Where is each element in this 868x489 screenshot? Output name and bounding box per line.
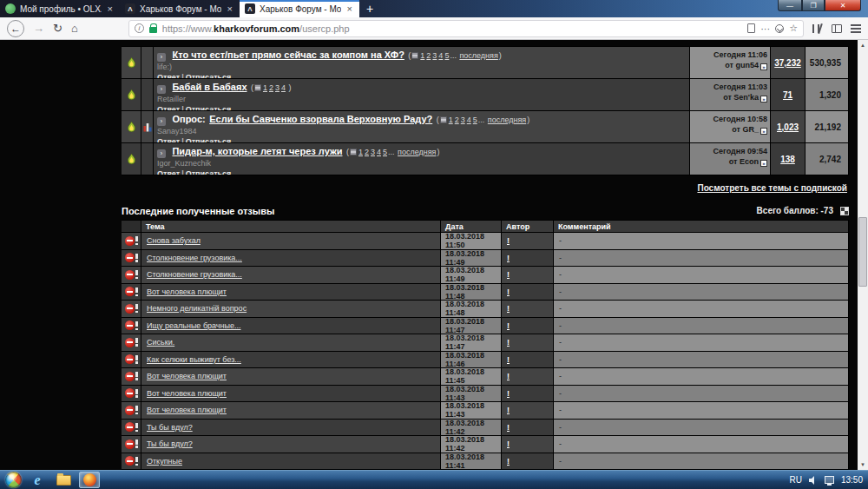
sidebar-icon[interactable]	[832, 24, 842, 33]
page-number-link[interactable]: 3	[432, 51, 437, 60]
feedback-topic-link[interactable]: Откупные	[147, 457, 182, 466]
page-number-link[interactable]: 1	[263, 83, 267, 92]
reply-link[interactable]: Ответ	[157, 73, 180, 78]
thread-replies-link[interactable]: 71	[783, 90, 792, 100]
library-icon[interactable]	[812, 23, 823, 34]
collapse-section-icon[interactable]	[840, 207, 849, 215]
unsubscribe-link[interactable]: Отписаться	[186, 169, 232, 175]
reply-link[interactable]: Ответ	[157, 137, 180, 142]
scrollbar-down-icon[interactable]: ▼	[858, 459, 868, 470]
page-number-link[interactable]: 2	[365, 148, 369, 156]
home-button[interactable]: ⌂	[71, 23, 78, 34]
reload-button[interactable]: ↻	[53, 23, 62, 34]
thread-title-link[interactable]: Пидар-м, которые летят через лужи	[172, 146, 342, 156]
forward-button[interactable]: →	[33, 23, 44, 34]
feedback-author-link[interactable]: !	[507, 372, 510, 380]
feedback-author-link[interactable]: !	[507, 321, 510, 330]
tab-close-icon[interactable]: ×	[345, 3, 354, 14]
start-button[interactable]	[5, 472, 22, 488]
feedback-author-link[interactable]: !	[507, 287, 510, 296]
window-maximize-button[interactable]: ❐	[802, 0, 825, 11]
page-number-link[interactable]: 1	[449, 116, 453, 124]
page-number-link[interactable]: 5	[473, 116, 477, 124]
menu-icon[interactable]	[851, 24, 861, 33]
feedback-topic-link[interactable]: Вот человека плющит	[147, 372, 227, 380]
page-number-link[interactable]: 4	[377, 148, 381, 156]
taskbar-firefox-icon[interactable]	[79, 472, 100, 488]
page-number-link[interactable]: 3	[461, 116, 465, 124]
back-button[interactable]: ←	[7, 20, 24, 37]
view-all-subscriptions-link[interactable]: Посмотреть все темы с подпиской	[697, 183, 847, 193]
tab-close-icon[interactable]: ×	[226, 3, 234, 14]
feedback-author-link[interactable]: !	[507, 355, 510, 364]
reply-link[interactable]: Ответ	[157, 105, 180, 110]
browser-tab[interactable]: Λ Харьков Форум - Мой кабин ×	[240, 0, 359, 17]
feedback-topic-link[interactable]: Ищу реальные брачные...	[147, 321, 240, 330]
feedback-author-link[interactable]: !	[507, 406, 510, 414]
page-scrollbar[interactable]: ▲ ▼	[858, 40, 868, 470]
browser-tab[interactable]: Λ Харьков Форум - Мой кабин ×	[120, 0, 240, 17]
taskbar-explorer-icon[interactable]	[53, 472, 74, 488]
feedback-author-link[interactable]: !	[507, 423, 510, 432]
feedback-author-link[interactable]: !	[507, 389, 510, 398]
taskbar-ie-icon[interactable]: e	[27, 472, 48, 488]
thread-replies-link[interactable]: 37,232	[774, 58, 801, 68]
feedback-author-link[interactable]: !	[507, 304, 510, 313]
unsubscribe-link[interactable]: Отписаться	[186, 73, 232, 78]
page-number-link[interactable]: 4	[467, 116, 471, 124]
thread-title-link[interactable]: Бабай в Бабаях	[172, 82, 247, 92]
page-number-link[interactable]: 3	[275, 83, 279, 92]
feedback-topic-link[interactable]: Столкновение грузовика...	[147, 270, 242, 279]
unsubscribe-link[interactable]: Отписаться	[186, 105, 232, 110]
last-page-link[interactable]: последняя	[488, 116, 526, 124]
pocket-icon[interactable]	[775, 24, 784, 33]
page-number-link[interactable]: 2	[455, 116, 459, 124]
feedback-topic-link[interactable]: Вот человека плющит	[147, 287, 227, 296]
network-icon[interactable]	[825, 476, 834, 484]
page-number-link[interactable]: 5	[444, 51, 449, 60]
go-to-last-post-icon[interactable]: »	[760, 128, 767, 135]
last-page-link[interactable]: последняя	[459, 51, 497, 60]
feedback-topic-link[interactable]: Немного деликатній вопрос	[147, 304, 247, 313]
screenshot-page-action-icon[interactable]	[747, 23, 755, 33]
feedback-topic-link[interactable]: Ты бы вдул?	[147, 439, 193, 448]
page-number-link[interactable]: 4	[281, 83, 286, 92]
feedback-topic-link[interactable]: Вот человека плющит	[147, 389, 227, 398]
page-actions-icon[interactable]: ···	[760, 23, 770, 34]
feedback-author-link[interactable]: !	[507, 439, 510, 448]
go-to-last-post-icon[interactable]: »	[760, 96, 767, 102]
go-to-last-post-icon[interactable]: »	[760, 63, 767, 70]
browser-tab[interactable]: Мой профиль • OLX.ua ×	[0, 0, 120, 17]
page-number-link[interactable]: 2	[426, 51, 431, 60]
feedback-author-link[interactable]: !	[507, 254, 510, 262]
site-info-icon[interactable]: i	[135, 23, 144, 33]
taskbar-clock[interactable]: 13:50	[841, 475, 863, 485]
thread-title-link[interactable]: Если бы Савченко взорвала Верховную Раду…	[209, 114, 432, 124]
window-minimize-button[interactable]: —	[778, 0, 802, 11]
last-page-link[interactable]: последняя	[398, 148, 436, 156]
window-close-button[interactable]: ✕	[825, 0, 861, 11]
feedback-topic-link[interactable]: Сиськи.	[147, 338, 174, 347]
feedback-topic-link[interactable]: Ты бы вдул?	[147, 423, 193, 432]
feedback-author-link[interactable]: !	[507, 457, 510, 466]
feedback-topic-link[interactable]: Столкновение грузовика...	[147, 254, 242, 262]
scrollbar-thumb[interactable]	[858, 217, 867, 287]
tab-close-icon[interactable]: ×	[106, 3, 115, 14]
feedback-topic-link[interactable]: Снова забухал	[147, 236, 201, 245]
page-number-link[interactable]: 1	[358, 148, 363, 156]
feedback-topic-link[interactable]: Вот человека плющит	[147, 406, 227, 414]
go-to-last-post-icon[interactable]: »	[760, 160, 767, 167]
feedback-author-link[interactable]: !	[507, 338, 510, 347]
thread-replies-link[interactable]: 138	[780, 155, 795, 164]
page-number-link[interactable]: 4	[438, 51, 443, 60]
thread-title-link[interactable]: Кто что ест/пьет прямо сейчас за компом …	[172, 50, 404, 60]
language-indicator[interactable]: RU	[790, 475, 802, 485]
bookmark-star-icon[interactable]: ☆	[789, 23, 798, 34]
feedback-author-link[interactable]: !	[507, 270, 510, 279]
new-tab-button[interactable]: +	[359, 0, 380, 17]
page-number-link[interactable]: 5	[383, 148, 387, 156]
page-number-link[interactable]: 2	[269, 83, 273, 92]
scrollbar-up-icon[interactable]: ▲	[858, 40, 868, 50]
volume-icon[interactable]	[809, 476, 818, 485]
address-bar[interactable]: i https://www.kharkovforum.com/usercp.ph…	[128, 20, 804, 37]
